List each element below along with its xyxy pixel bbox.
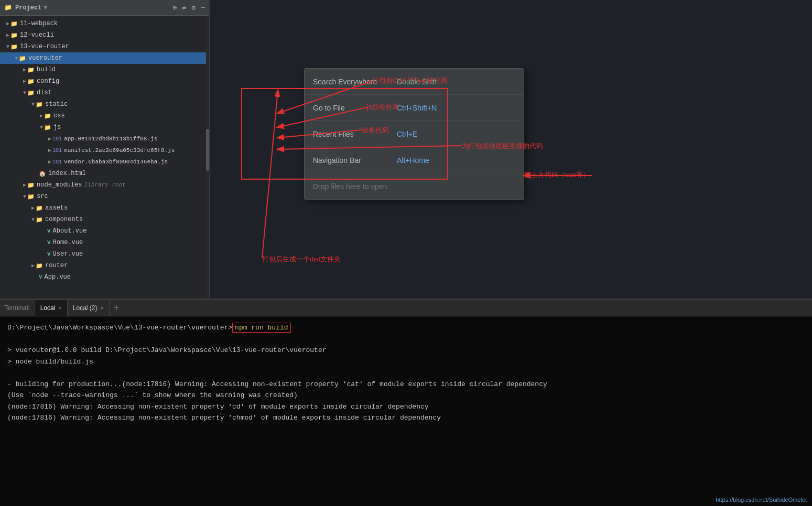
vue-file-icon: V [47,251,51,257]
tree-item-app-js[interactable]: ▶ 101 app.0e1912dbd8b113b1ff08.js [0,133,209,145]
tree-item-dist[interactable]: ▼ 📁 dist [0,87,209,98]
recent-files-label: Recent Files [313,130,397,138]
item-label: static [45,101,68,108]
tree-item-src[interactable]: ▼ 📁 src [0,191,209,202]
tree-item-build[interactable]: ▶ 📁 build [0,64,209,75]
item-label: css [53,112,65,119]
terminal-warning2: (Use `node --trace-warnings ...` to show… [7,390,805,401]
local-tab-close[interactable]: × [58,305,61,311]
folder-icon: 📁 [10,32,18,39]
item-label: node_modules [37,181,82,189]
arrow-icon: ▼ [31,102,35,107]
terminal-body: D:\Project\Java\Workspasce\Vue\13-vue-ro… [0,316,812,506]
arrow-icon: ▶ [6,32,9,38]
terminal-warning3: (node:17816) Warning: Accessing non-exis… [7,402,805,412]
tree-item-components[interactable]: ▼ 📁 components [0,214,209,225]
tree-item-vendor-js[interactable]: ▶ 101 vendor.6baba3bf80904d146eba.js [0,156,209,168]
arrow-icon: ▼ [23,194,26,200]
item-label: vuerouter [28,54,62,62]
ctrl-e-shortcut: Ctrl+E [397,130,417,138]
tree-item-11-webpack[interactable]: ▶ 📁 11-webpack [0,18,209,29]
tree-item-static[interactable]: ▼ 📁 static [0,98,209,110]
js-file-icon: 101 [52,159,62,165]
tree-item-config[interactable]: ▶ 📁 config [0,75,209,87]
tree-item-node-modules[interactable]: ▶ 📁 node_modules library root [0,179,209,191]
tree-item-index-html[interactable]: 🏠 index.html [0,168,209,179]
search-row-drop-files: Drop files here to open [305,173,524,200]
annotation-dist: 打包后生成一个dist文件夹 [262,255,341,264]
tree-item-css[interactable]: ▶ 📁 css [0,110,209,122]
search-row-nav-bar[interactable]: Navigation Bar Alt+Home [305,147,524,173]
tree-item-js[interactable]: ▼ 📁 js [0,122,209,133]
item-label: build [37,66,56,73]
search-popup: Search Everywhere Double Shift Go to Fil… [304,68,524,200]
item-label: js [53,124,61,131]
item-label: vendor.6baba3bf80904d146eba.js [64,159,168,165]
main-content: Search Everywhere Double Shift Go to Fil… [210,0,812,299]
arrow-icon: ▶ [48,136,51,142]
folder-icon: 📁 [10,43,18,50]
arrow-icon: ▼ [15,56,18,61]
terminal-build-info2: > node build/build.js [7,357,805,367]
item-label: components [45,216,83,223]
double-shift-shortcut: Double Shift [397,78,437,86]
svg-line-6 [262,91,278,258]
arrow-icon: ▶ [48,159,51,165]
vue-file-icon: V [47,239,51,246]
arrow-icon: ▶ [6,20,9,27]
library-root-label: library root [84,182,125,188]
search-row-everywhere[interactable]: Search Everywhere Double Shift [305,69,524,95]
item-label: 13-vue-router [20,43,69,50]
tree-item-12-vuecli[interactable]: ▶ 📁 12-vuecli [0,29,209,41]
sync-icon[interactable]: ⇌ [182,4,187,12]
terminal-tab-local2[interactable]: Local (2) × [68,300,110,316]
arrow-icon: ▶ [23,182,26,188]
project-header: 📁 Project ▼ ⊕ ⇌ ⚙ — [0,0,209,16]
terminal-warning4: (node:17816) Warning: Accessing non-exis… [7,413,805,423]
search-row-goto-file[interactable]: Go to File Ctrl+Shift+N [305,95,524,121]
file-tree: ▶ 📁 11-webpack ▶ 📁 12-vuecli ▼ 📁 13-vue-… [0,16,209,299]
tree-item-vuerouter[interactable]: ▼ 📁 vuerouter [0,52,209,64]
html-file-icon: 🏠 [39,170,46,177]
item-label: 12-vuecli [20,31,54,39]
folder-icon: 📁 [10,20,18,27]
terminal-add-tab[interactable]: + [110,303,123,313]
scrollbar-thumb[interactable] [206,129,209,171]
search-row-recent-files[interactable]: Recent Files Ctrl+E [305,121,524,147]
tree-item-router[interactable]: ▶ 📁 router [0,260,209,271]
scrollbar[interactable] [206,16,209,299]
tree-item-user-vue[interactable]: V User.vue [0,248,209,260]
folder-icon: 📁 [44,124,51,131]
terminal-tab-local[interactable]: Local × [35,300,68,316]
terminal-tabs: Terminal: Local × Local (2) × + [0,300,812,316]
terminal-label: Terminal: [4,304,30,312]
tree-item-manifest-js[interactable]: ▶ 101 manifest.2ae2e69a05c33dfc65f8.js [0,145,209,156]
terminal-path: D:\Project\Java\Workspasce\Vue\13-vue-ro… [7,324,232,332]
tree-item-13-vue-router[interactable]: ▼ 📁 13-vue-router [0,41,209,52]
terminal-build-info1: > vuerouter@1.0.0 build D:\Project\Java\… [7,345,805,356]
globe-icon[interactable]: ⊕ [173,4,177,12]
ctrl-shift-n-shortcut: Ctrl+Shift+N [397,104,437,112]
folder-icon: 📁 [27,90,35,96]
arrow-icon: ▶ [40,113,43,119]
local2-tab-close[interactable]: × [101,305,104,311]
local-tab-label: Local [40,304,56,312]
folder-icon: 📁 [36,262,43,269]
annotation-thirdparty: 第三方代码（vue等） [524,170,590,180]
item-label: Home.vue [53,239,83,246]
tree-item-home-vue[interactable]: V Home.vue [0,237,209,248]
folder-icon: 📁 [36,216,43,223]
item-label: config [37,78,59,85]
folder-icon: 📁 [36,101,43,108]
folder-icon: 📁 [36,205,43,212]
local2-tab-label: Local (2) [73,304,98,312]
tree-item-about-vue[interactable]: V About.vue [0,225,209,237]
gear-icon[interactable]: ⚙ [191,4,196,12]
tree-item-assets[interactable]: ▶ 📁 assets [0,202,209,214]
item-label: 11-webpack [20,20,58,27]
tree-item-app-vue[interactable]: V App.vue [0,271,209,283]
minimize-icon[interactable]: — [201,4,205,12]
navigation-bar-label: Navigation Bar [313,156,397,164]
arrow-icon: ▶ [31,205,35,211]
drop-files-label: Drop files here to open [313,182,387,191]
